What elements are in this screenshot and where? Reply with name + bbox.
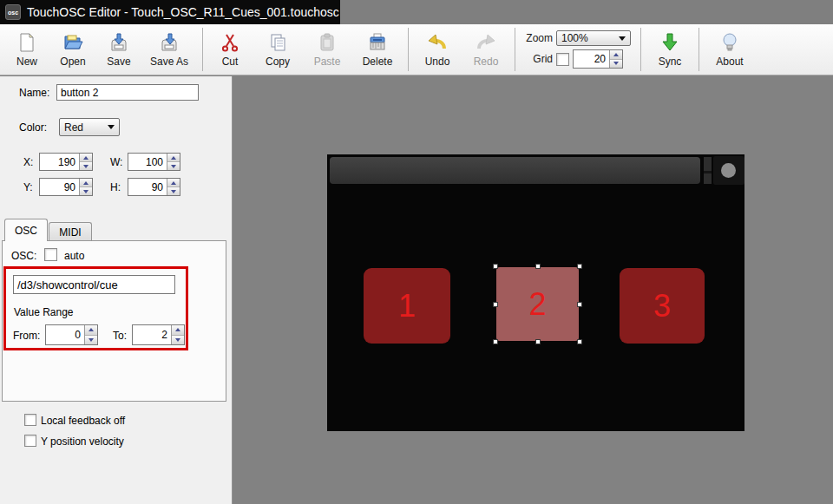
zoom-grid-group: Zoom 100% Grid 20 <box>525 30 631 69</box>
h-value: 90 <box>128 179 167 195</box>
inspector-panel: Name: Color: Red X: 190 W: 100 Y: 90 H: … <box>0 76 233 504</box>
selection-handle[interactable] <box>577 302 582 307</box>
grid-checkbox[interactable] <box>556 53 569 66</box>
copy-pages-icon <box>266 31 289 54</box>
spin-up-button[interactable] <box>80 154 92 162</box>
title-bar: osc TouchOSC Editor - Touch_OSC_R11_Cues… <box>0 0 833 24</box>
y-velocity-label: Y position velocity <box>41 435 124 448</box>
delete-shredder-icon <box>366 31 389 54</box>
local-feedback-checkbox[interactable] <box>24 414 36 426</box>
about-lightbulb-icon <box>718 31 741 54</box>
chevron-down-icon <box>108 125 115 129</box>
y-position-stepper[interactable]: 90 <box>39 178 93 196</box>
osc-auto-checkbox[interactable] <box>44 248 57 261</box>
new-button[interactable]: New <box>5 27 49 72</box>
to-value-stepper[interactable]: 2 <box>132 324 185 345</box>
about-button[interactable]: About <box>704 27 756 72</box>
layout-button-2-label: 2 <box>528 286 546 323</box>
name-input[interactable] <box>56 84 199 101</box>
spin-down-button[interactable] <box>167 187 180 195</box>
to-label: To: <box>113 330 127 342</box>
cut-scissors-icon <box>219 31 241 54</box>
spin-down-button[interactable] <box>610 60 622 69</box>
grid-label: Grid <box>525 53 553 65</box>
selection-handle[interactable] <box>535 264 541 269</box>
cut-button[interactable]: Cut <box>207 27 253 72</box>
spin-up-button[interactable] <box>167 154 180 162</box>
new-button-label: New <box>16 56 37 68</box>
x-value: 190 <box>40 154 79 170</box>
layout-top-bar-divider <box>704 157 712 184</box>
selection-handle[interactable] <box>577 339 582 344</box>
tab-midi[interactable]: MIDI <box>49 222 92 241</box>
title-bar-left: osc TouchOSC Editor - Touch_OSC_R11_Cues… <box>0 0 340 24</box>
selection-handle[interactable] <box>493 339 498 344</box>
zoom-select[interactable]: 100% <box>556 30 631 46</box>
paste-clipboard-icon <box>316 31 338 54</box>
toolbar-separator <box>699 28 699 71</box>
toolbar-separator <box>202 28 203 71</box>
spin-down-button[interactable] <box>80 187 92 195</box>
connection-indicator-led <box>721 163 736 178</box>
layout-button-2-selected[interactable]: 2 <box>496 267 579 341</box>
redo-button[interactable]: Redo <box>462 27 510 72</box>
spin-up-button[interactable] <box>167 179 180 187</box>
toolbar-separator <box>515 28 515 71</box>
from-value-stepper[interactable]: 0 <box>45 324 98 345</box>
red-annotation-box: Value Range From: 0 To: 2 <box>3 266 188 350</box>
sync-button[interactable]: Sync <box>646 27 694 72</box>
copy-button-label: Copy <box>266 56 290 68</box>
y-label: Y: <box>23 181 33 193</box>
undo-button-label: Undo <box>425 56 450 68</box>
spin-down-button[interactable] <box>80 162 92 170</box>
new-document-icon <box>16 31 38 54</box>
spin-up-button[interactable] <box>172 325 184 336</box>
layout-canvas[interactable]: 1 2 3 <box>233 76 833 504</box>
undo-button[interactable]: Undo <box>413 27 462 72</box>
x-position-stepper[interactable]: 190 <box>39 153 93 171</box>
color-dropdown[interactable]: Red <box>59 118 120 136</box>
copy-button[interactable]: Copy <box>253 27 303 72</box>
spin-up-button[interactable] <box>610 50 622 60</box>
selection-handle[interactable] <box>493 302 498 307</box>
from-label: From: <box>13 330 40 342</box>
value-range-label: Value Range <box>14 306 74 318</box>
y-velocity-checkbox[interactable] <box>24 435 36 447</box>
save-as-button[interactable]: Save As <box>141 27 198 72</box>
spin-down-button[interactable] <box>85 336 97 345</box>
width-stepper[interactable]: 100 <box>128 153 180 171</box>
spin-down-button[interactable] <box>172 336 184 345</box>
cut-button-label: Cut <box>222 56 239 68</box>
delete-button[interactable]: Delete <box>351 27 403 72</box>
chevron-down-icon <box>619 36 626 41</box>
layout-surface[interactable]: 1 2 3 <box>327 154 744 431</box>
osc-address-input[interactable] <box>13 275 175 294</box>
selection-handle[interactable] <box>493 264 498 269</box>
grid-size-stepper[interactable]: 20 <box>573 49 623 69</box>
grid-size-value: 20 <box>574 50 609 68</box>
w-label: W: <box>110 156 122 168</box>
undo-arrow-icon <box>426 31 449 54</box>
layout-button-1-label: 1 <box>398 288 416 324</box>
spin-up-button[interactable] <box>85 325 97 336</box>
open-button[interactable]: Open <box>49 27 97 72</box>
auto-label: auto <box>64 250 84 262</box>
zoom-value: 100% <box>561 32 588 44</box>
delete-button-label: Delete <box>363 56 393 68</box>
osc-label: OSC: <box>11 250 36 262</box>
selection-handle[interactable] <box>577 264 582 269</box>
paste-button[interactable]: Paste <box>303 27 351 72</box>
layout-button-3[interactable]: 3 <box>620 268 705 344</box>
layout-button-3-label: 3 <box>653 288 671 324</box>
spin-up-button[interactable] <box>80 179 92 187</box>
open-folder-icon <box>62 31 84 54</box>
layout-button-1[interactable]: 1 <box>364 268 450 344</box>
color-value: Red <box>64 121 83 134</box>
spin-down-button[interactable] <box>167 162 180 170</box>
sync-arrow-icon <box>659 31 681 54</box>
y-value: 90 <box>40 179 79 195</box>
height-stepper[interactable]: 90 <box>128 178 180 196</box>
save-button[interactable]: Save <box>97 27 141 72</box>
tab-osc[interactable]: OSC <box>4 219 48 241</box>
selection-handle[interactable] <box>535 339 541 344</box>
